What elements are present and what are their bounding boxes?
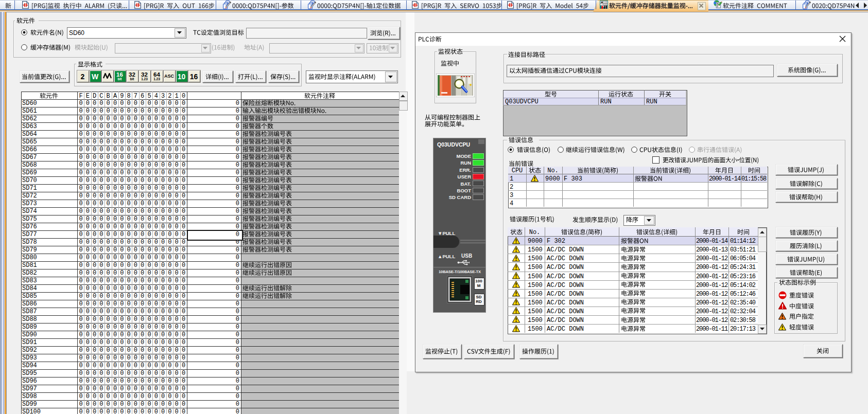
svg-text:Q03UDVCPU: Q03UDVCPU xyxy=(437,141,470,148)
